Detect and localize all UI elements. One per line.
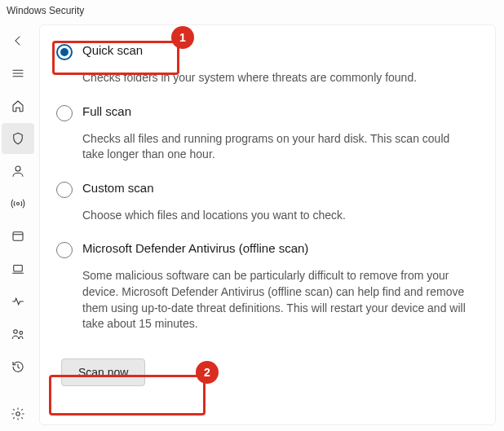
radio-full-scan[interactable] [56,105,73,121]
hamburger-icon [11,66,25,81]
option-desc: Checks all files and running programs on… [82,131,474,163]
arrow-left-icon [11,33,25,48]
nav-protection-history[interactable] [2,351,34,382]
svg-point-4 [14,330,18,334]
option-custom-scan[interactable]: Custom scan [51,178,484,201]
radio-custom-scan[interactable] [56,182,73,198]
heart-rate-icon [11,294,25,309]
window-icon [11,229,25,244]
menu-button[interactable] [2,58,34,89]
laptop-icon [11,262,25,276]
sidebar [0,24,36,430]
option-label: Quick scan [82,43,143,57]
history-icon [11,359,25,374]
nav-home[interactable] [2,90,34,121]
broadcast-icon [11,196,25,211]
option-desc: Choose which files and locations you wan… [82,208,474,224]
gear-icon [11,407,25,421]
svg-point-5 [20,332,23,335]
back-button[interactable] [2,25,34,56]
shield-icon [11,131,25,146]
option-label: Custom scan [82,181,154,195]
svg-point-6 [16,412,20,416]
family-icon [11,327,25,341]
nav-app-browser[interactable] [2,221,34,252]
option-label: Microsoft Defender Antivirus (offline sc… [82,241,308,255]
scan-options-panel: Quick scan Checks folders in your system… [39,24,496,425]
option-desc: Checks folders in your system where thre… [82,70,474,86]
option-label: Full scan [82,104,131,118]
svg-point-1 [17,203,20,205]
option-offline-scan[interactable]: Microsoft Defender Antivirus (offline sc… [51,238,484,262]
option-desc: Some malicious software can be particula… [82,268,474,332]
radio-quick-scan[interactable] [56,44,73,60]
svg-rect-3 [14,266,23,272]
nav-firewall[interactable] [2,188,34,219]
svg-point-0 [15,166,20,171]
nav-device-performance[interactable] [2,286,34,317]
scan-now-button[interactable]: Scan now [61,358,145,386]
nav-account-protection[interactable] [2,156,34,187]
option-quick-scan[interactable]: Quick scan [51,40,484,64]
home-icon [11,99,25,113]
nav-settings[interactable] [2,398,34,429]
option-full-scan[interactable]: Full scan [51,101,484,125]
person-icon [11,164,25,178]
svg-rect-2 [13,232,23,241]
nav-virus-protection[interactable] [2,123,34,154]
nav-device-security[interactable] [2,253,34,284]
nav-family-options[interactable] [2,319,34,350]
app-title: Windows Security [7,5,84,16]
radio-offline-scan[interactable] [56,242,73,258]
